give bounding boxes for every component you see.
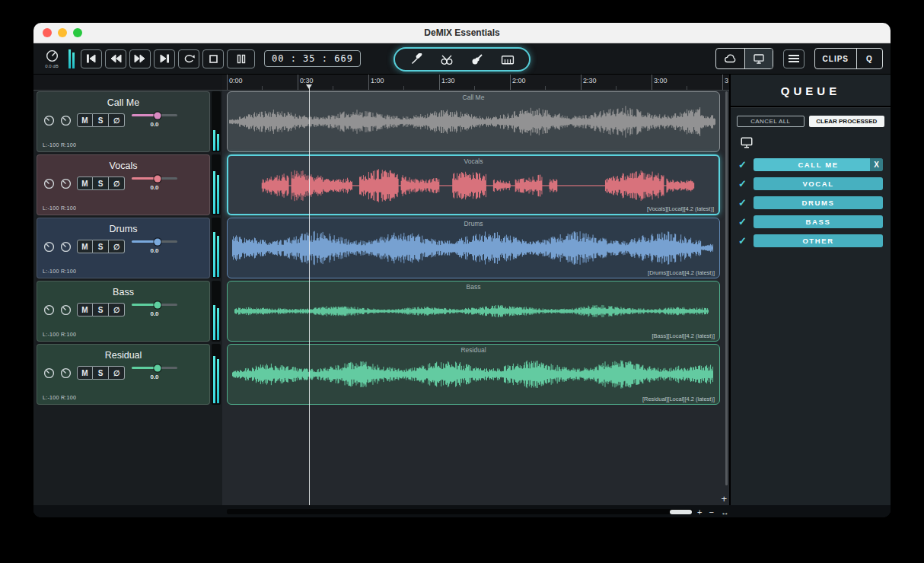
- queue-item[interactable]: ✓ CALL ME X: [731, 158, 891, 171]
- fast-forward-icon: [134, 54, 146, 63]
- pan-knob[interactable]: [43, 115, 55, 126]
- queue-item[interactable]: ✓ OTHER: [731, 234, 891, 247]
- phase-button[interactable]: ∅: [109, 303, 125, 316]
- piano-stem-button[interactable]: [501, 54, 515, 65]
- ruler-tick-label: 3:00: [654, 77, 668, 84]
- track-header[interactable]: Bass M S ∅ 0.0: [37, 281, 210, 342]
- ruler-tick-label: 3: [725, 77, 728, 84]
- timeline-ruler[interactable]: 0:000:301:001:302:002:303:003: [222, 75, 729, 91]
- track-header[interactable]: Vocals M S ∅ 0.0: [37, 154, 210, 215]
- clear-processed-button[interactable]: CLEAR PROCESSED: [809, 116, 884, 127]
- track-header-row: Call Me M S ∅ 0.0: [33, 91, 222, 153]
- fast-forward-button[interactable]: [129, 49, 151, 68]
- gain-slider[interactable]: [132, 114, 177, 116]
- app-window: DeMIX Essentials 0.0 dB: [33, 23, 891, 517]
- rewind-button[interactable]: [105, 49, 126, 68]
- queue-item-bar[interactable]: DRUMS: [754, 196, 883, 209]
- mute-button[interactable]: M: [77, 177, 93, 190]
- playhead-marker[interactable]: [306, 84, 312, 89]
- horizontal-scrollbar[interactable]: [227, 509, 693, 514]
- audio-region[interactable]: Call Me: [227, 91, 720, 152]
- solo-button[interactable]: S: [93, 177, 109, 190]
- gain-slider-handle[interactable]: [154, 238, 161, 245]
- queue-item-bar[interactable]: OTHER: [754, 234, 883, 247]
- guitar-stem-button[interactable]: [470, 53, 483, 65]
- gain-slider[interactable]: [132, 240, 177, 243]
- phase-button[interactable]: ∅: [109, 177, 125, 190]
- gain-slider[interactable]: [132, 177, 177, 180]
- queue-item-bar[interactable]: CALL ME X: [754, 158, 883, 171]
- gain-slider-handle[interactable]: [154, 175, 161, 182]
- trim-knob[interactable]: [60, 241, 72, 253]
- phase-button[interactable]: ∅: [109, 366, 125, 380]
- gain-slider-handle[interactable]: [154, 364, 161, 371]
- audio-region[interactable]: Vocals [Vocals][Local][4.2 (latest)]: [227, 154, 720, 215]
- track-level-meter: [212, 281, 221, 342]
- toolbar: 0.0 dB: [33, 43, 891, 75]
- queue-item[interactable]: ✓ VOCAL: [731, 177, 891, 190]
- mute-button[interactable]: M: [77, 366, 93, 380]
- gain-slider-handle[interactable]: [154, 301, 161, 308]
- trim-knob[interactable]: [60, 367, 72, 379]
- mute-button[interactable]: M: [77, 303, 93, 316]
- menu-button[interactable]: [783, 49, 805, 68]
- mute-button[interactable]: M: [77, 113, 93, 127]
- pause-button[interactable]: [227, 49, 255, 68]
- loop-icon: [183, 54, 195, 64]
- track-level-meter: [212, 91, 221, 152]
- trim-knob[interactable]: [60, 304, 72, 316]
- ruler-tick: 1:00: [368, 75, 369, 90]
- track-header[interactable]: Drums M S ∅ 0.0: [37, 218, 210, 278]
- track-level-meter: [212, 154, 221, 215]
- solo-button[interactable]: S: [93, 240, 109, 253]
- queue-item-bar[interactable]: VOCAL: [754, 177, 883, 190]
- solo-button[interactable]: S: [93, 303, 109, 316]
- skip-start-button[interactable]: [81, 49, 102, 68]
- gain-slider-handle[interactable]: [154, 112, 161, 119]
- master-volume-knob[interactable]: 0.0 dB: [41, 49, 62, 68]
- phase-button[interactable]: ∅: [109, 113, 125, 127]
- track-header[interactable]: Residual M S ∅ 0.0: [37, 344, 210, 405]
- pan-knob[interactable]: [43, 304, 55, 316]
- cancel-all-button[interactable]: CANCEL ALL: [737, 116, 805, 127]
- horizontal-scrollbar-thumb[interactable]: [670, 510, 692, 514]
- vertical-zoom-in-button[interactable]: +: [721, 494, 727, 504]
- loop-button[interactable]: [178, 49, 199, 68]
- solo-button[interactable]: S: [93, 366, 109, 380]
- ruler-tick: 2:00: [510, 75, 511, 90]
- solo-button[interactable]: S: [93, 113, 109, 127]
- zoom-out-button[interactable]: −: [709, 508, 713, 517]
- queue-item[interactable]: ✓ DRUMS: [731, 196, 891, 209]
- pan-knob[interactable]: [43, 241, 55, 253]
- drums-stem-button[interactable]: [440, 53, 454, 65]
- zoom-fit-button[interactable]: ↔: [721, 508, 729, 517]
- vertical-scrollbar[interactable]: [725, 91, 728, 485]
- gain-slider[interactable]: [132, 367, 177, 369]
- pan-knob[interactable]: [43, 367, 55, 379]
- queue-item[interactable]: ✓ BASS: [731, 215, 891, 228]
- stop-button[interactable]: [202, 49, 224, 68]
- pan-knob[interactable]: [43, 178, 55, 189]
- waveform: [229, 228, 718, 268]
- remove-item-button[interactable]: X: [870, 158, 883, 171]
- playhead[interactable]: [309, 85, 310, 505]
- audio-region[interactable]: Residual [Residual][Local][4.2 (latest)]: [227, 344, 720, 405]
- cloud-processing-button[interactable]: [716, 49, 744, 68]
- gain-value: 0.0: [150, 374, 158, 380]
- track-header[interactable]: Call Me M S ∅ 0.0: [37, 91, 210, 152]
- clips-panel-button[interactable]: CLIPS: [815, 49, 856, 68]
- vocals-stem-button[interactable]: [409, 53, 422, 65]
- zoom-in-button[interactable]: +: [697, 508, 702, 517]
- phase-button[interactable]: ∅: [109, 240, 125, 253]
- queue-panel-button[interactable]: Q: [856, 49, 882, 68]
- audio-region[interactable]: Drums [Drums][Local][4.2 (latest)]: [227, 218, 720, 278]
- ruler-tick: 1:30: [439, 75, 440, 90]
- skip-end-button[interactable]: [154, 49, 175, 68]
- audio-region[interactable]: Bass [Bass][Local][4.2 (latest)]: [227, 281, 720, 342]
- queue-item-bar[interactable]: BASS: [754, 215, 883, 228]
- trim-knob[interactable]: [60, 115, 72, 126]
- gain-slider[interactable]: [132, 304, 177, 306]
- trim-knob[interactable]: [60, 178, 72, 189]
- mute-button[interactable]: M: [77, 240, 93, 253]
- local-processing-button[interactable]: [744, 49, 773, 68]
